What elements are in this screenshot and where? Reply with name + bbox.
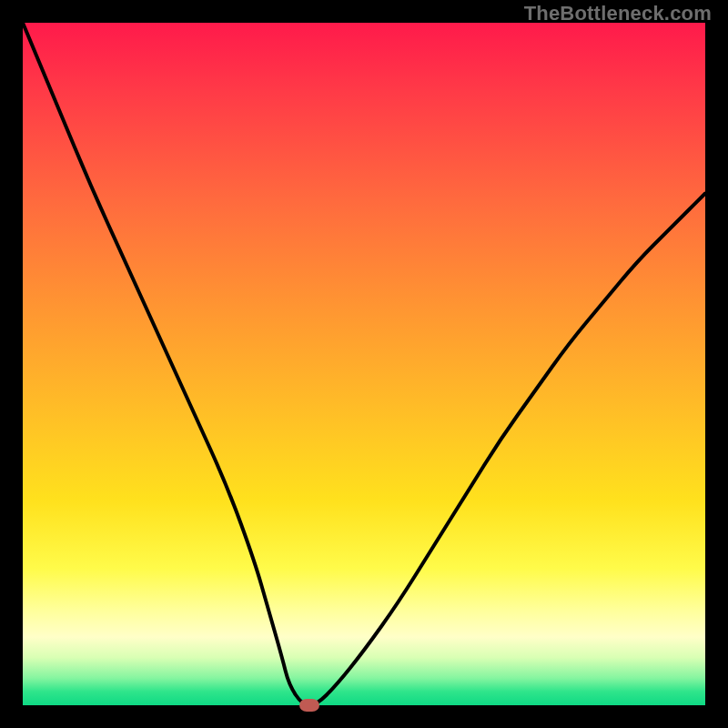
bottleneck-curve	[23, 23, 705, 705]
plot-area	[23, 23, 705, 705]
optimum-marker	[299, 699, 319, 712]
chart-frame: TheBottleneck.com	[0, 0, 728, 728]
